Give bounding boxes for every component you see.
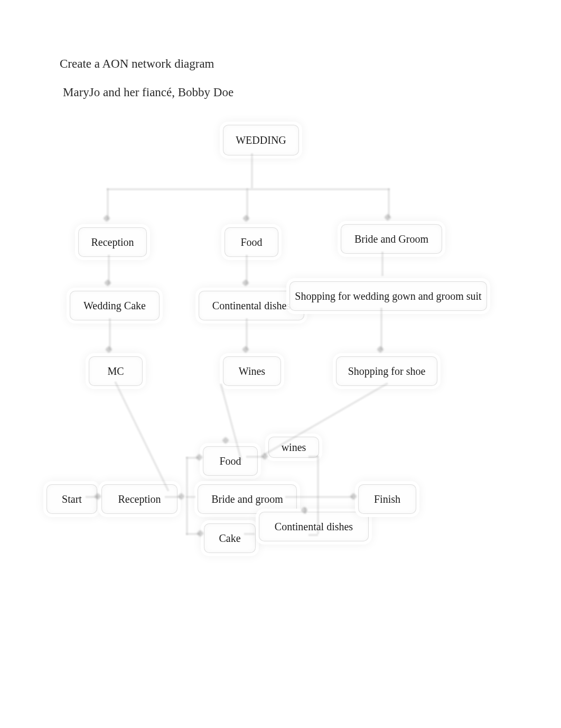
connector [107,188,390,190]
node-continental: Continental dishes [199,291,304,320]
node-label: Reception [91,236,134,248]
node-label: Food [219,455,241,467]
node-label: Food [240,236,262,248]
node-food-2: Food [203,446,258,476]
node-label: WEDDING [236,134,286,146]
arrow-icon [177,493,185,500]
node-label: Reception [118,493,161,505]
node-bride-groom: Bride and Groom [341,224,442,254]
node-label: Shopping for wedding gown and groom suit [295,290,481,302]
connector [380,308,382,350]
node-food: Food [225,227,278,257]
arrow-icon [242,346,249,353]
node-wedding: WEDDING [223,125,299,155]
node-cake-2: Cake [204,523,256,553]
node-label: Continental dishes [212,300,291,312]
arrow-icon [195,454,203,461]
node-finish: Finish [358,484,416,514]
arrow-icon [104,279,111,287]
arrow-icon [105,346,113,353]
node-start: Start [46,484,97,514]
arrow-icon [242,279,249,287]
arrow-icon [222,437,229,444]
connector [244,533,255,535]
node-label: Finish [374,493,400,505]
connector [317,496,353,498]
connector [109,318,111,350]
page-subtitle: MaryJo and her fiancé, Bobby Doe [63,86,233,99]
node-shopping-gown: Shopping for wedding gown and groom suit [289,281,487,311]
node-label: Bride and Groom [354,233,428,245]
node-shopping-shoe: Shopping for shoe [336,356,437,386]
connector [317,456,319,534]
node-continental-2: Continental dishes [259,512,369,541]
connector [264,382,388,455]
arrow-icon [103,215,110,222]
arrow-icon [350,493,357,500]
connector [186,496,195,498]
node-label: MC [107,365,124,377]
arrow-icon [377,346,384,353]
arrow-icon [197,530,204,537]
arrow-icon [384,214,391,221]
page-title: Create a AON network diagram [60,57,214,71]
connector [308,456,318,458]
node-label: Bride and groom [211,493,283,505]
arrow-icon [242,215,250,222]
connector [246,318,248,350]
node-label: Start [62,493,82,505]
node-label: Wedding Cake [83,300,146,312]
node-label: Continental dishes [275,521,353,533]
node-reception: Reception [78,227,147,257]
node-wedding-cake: Wedding Cake [70,291,160,320]
node-wines: Wines [223,356,281,386]
connector [308,534,318,536]
node-label: Shopping for shoe [348,365,426,377]
connector [381,252,384,276]
node-bride-groom-2: Bride and groom [198,484,297,514]
connector [285,496,317,498]
connector [251,153,253,188]
diagram-canvas: Create a AON network diagram MaryJo and … [0,0,561,728]
node-label: Wines [239,365,265,377]
connector [114,381,169,491]
node-label: Cake [219,532,240,545]
